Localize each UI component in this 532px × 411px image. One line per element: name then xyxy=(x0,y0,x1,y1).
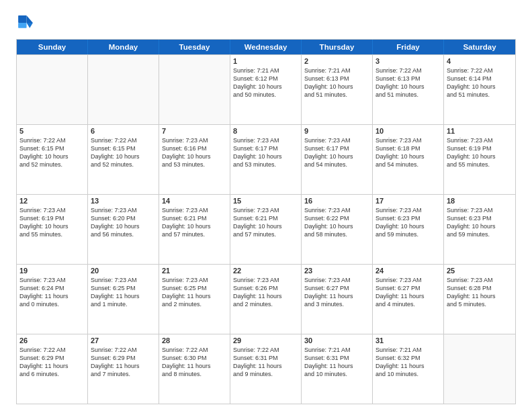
day-number: 21 xyxy=(162,267,227,275)
day-cell-18: 18Sunrise: 7:23 AM Sunset: 6:23 PM Dayli… xyxy=(444,195,515,264)
day-number: 24 xyxy=(375,267,441,275)
day-cell-6: 6Sunrise: 7:22 AM Sunset: 6:15 PM Daylig… xyxy=(88,125,159,194)
day-cell-2: 2Sunrise: 7:21 AM Sunset: 6:13 PM Daylig… xyxy=(302,55,373,124)
day-number: 13 xyxy=(91,197,156,205)
day-cell-23: 23Sunrise: 7:23 AM Sunset: 6:27 PM Dayli… xyxy=(302,265,373,334)
day-cell-4: 4Sunrise: 7:22 AM Sunset: 6:14 PM Daylig… xyxy=(444,55,515,124)
day-cell-29: 29Sunrise: 7:22 AM Sunset: 6:31 PM Dayli… xyxy=(230,334,302,404)
day-info: Sunrise: 7:23 AM Sunset: 6:24 PM Dayligh… xyxy=(19,276,85,309)
day-number: 16 xyxy=(304,197,369,205)
empty-cell xyxy=(159,55,230,124)
svg-rect-2 xyxy=(18,15,26,23)
day-cell-11: 11Sunrise: 7:23 AM Sunset: 6:19 PM Dayli… xyxy=(444,125,515,194)
day-number: 11 xyxy=(447,127,513,135)
day-info: Sunrise: 7:23 AM Sunset: 6:20 PM Dayligh… xyxy=(91,206,156,239)
day-cell-1: 1Sunrise: 7:21 AM Sunset: 6:12 PM Daylig… xyxy=(230,55,302,124)
day-cell-30: 30Sunrise: 7:21 AM Sunset: 6:31 PM Dayli… xyxy=(302,334,373,404)
day-number: 9 xyxy=(304,127,369,135)
day-info: Sunrise: 7:22 AM Sunset: 6:14 PM Dayligh… xyxy=(447,66,513,99)
day-number: 17 xyxy=(375,197,441,205)
day-number: 5 xyxy=(19,127,85,135)
day-cell-7: 7Sunrise: 7:23 AM Sunset: 6:16 PM Daylig… xyxy=(159,125,230,194)
day-info: Sunrise: 7:23 AM Sunset: 6:22 PM Dayligh… xyxy=(304,206,369,239)
day-info: Sunrise: 7:22 AM Sunset: 6:30 PM Dayligh… xyxy=(162,346,227,379)
day-number: 29 xyxy=(233,336,298,345)
day-info: Sunrise: 7:23 AM Sunset: 6:27 PM Dayligh… xyxy=(304,276,369,309)
day-info: Sunrise: 7:21 AM Sunset: 6:31 PM Dayligh… xyxy=(304,346,369,379)
day-cell-10: 10Sunrise: 7:23 AM Sunset: 6:18 PM Dayli… xyxy=(373,125,444,194)
day-cell-25: 25Sunrise: 7:23 AM Sunset: 6:28 PM Dayli… xyxy=(444,265,515,334)
day-info: Sunrise: 7:23 AM Sunset: 6:26 PM Dayligh… xyxy=(233,276,298,309)
day-info: Sunrise: 7:22 AM Sunset: 6:31 PM Dayligh… xyxy=(233,346,298,379)
day-info: Sunrise: 7:21 AM Sunset: 6:32 PM Dayligh… xyxy=(375,346,441,379)
day-info: Sunrise: 7:21 AM Sunset: 6:12 PM Dayligh… xyxy=(233,66,298,99)
day-number: 1 xyxy=(233,57,298,65)
svg-marker-0 xyxy=(27,15,33,23)
header-day-monday: Monday xyxy=(88,40,159,54)
day-info: Sunrise: 7:22 AM Sunset: 6:29 PM Dayligh… xyxy=(91,346,156,379)
day-number: 28 xyxy=(162,336,227,345)
calendar: SundayMondayTuesdayWednesdayThursdayFrid… xyxy=(16,39,516,404)
svg-marker-1 xyxy=(27,23,33,28)
calendar-body: 1Sunrise: 7:21 AM Sunset: 6:12 PM Daylig… xyxy=(17,54,515,404)
svg-rect-3 xyxy=(18,23,26,28)
day-number: 8 xyxy=(233,127,298,135)
day-number: 10 xyxy=(375,127,441,135)
week-row-3: 12Sunrise: 7:23 AM Sunset: 6:19 PM Dayli… xyxy=(17,194,515,264)
week-row-2: 5Sunrise: 7:22 AM Sunset: 6:15 PM Daylig… xyxy=(17,124,515,194)
header-day-wednesday: Wednesday xyxy=(230,40,302,54)
day-info: Sunrise: 7:23 AM Sunset: 6:17 PM Dayligh… xyxy=(304,136,369,169)
day-number: 27 xyxy=(91,336,156,345)
header-day-friday: Friday xyxy=(373,40,444,54)
day-number: 23 xyxy=(304,267,369,275)
day-cell-19: 19Sunrise: 7:23 AM Sunset: 6:24 PM Dayli… xyxy=(17,265,88,334)
empty-cell xyxy=(88,55,159,124)
day-info: Sunrise: 7:23 AM Sunset: 6:23 PM Dayligh… xyxy=(447,206,513,239)
day-info: Sunrise: 7:23 AM Sunset: 6:25 PM Dayligh… xyxy=(91,276,156,309)
day-cell-22: 22Sunrise: 7:23 AM Sunset: 6:26 PM Dayli… xyxy=(230,265,302,334)
day-cell-5: 5Sunrise: 7:22 AM Sunset: 6:15 PM Daylig… xyxy=(17,125,88,194)
day-cell-16: 16Sunrise: 7:23 AM Sunset: 6:22 PM Dayli… xyxy=(302,195,373,264)
day-cell-15: 15Sunrise: 7:23 AM Sunset: 6:21 PM Dayli… xyxy=(230,195,302,264)
day-info: Sunrise: 7:21 AM Sunset: 6:13 PM Dayligh… xyxy=(304,66,369,99)
day-number: 6 xyxy=(91,127,156,135)
day-number: 19 xyxy=(19,267,85,275)
header-day-saturday: Saturday xyxy=(444,40,515,54)
day-info: Sunrise: 7:23 AM Sunset: 6:19 PM Dayligh… xyxy=(447,136,513,169)
day-info: Sunrise: 7:22 AM Sunset: 6:15 PM Dayligh… xyxy=(91,136,156,169)
week-row-5: 26Sunrise: 7:22 AM Sunset: 6:29 PM Dayli… xyxy=(17,334,515,404)
week-row-1: 1Sunrise: 7:21 AM Sunset: 6:12 PM Daylig… xyxy=(17,54,515,124)
day-info: Sunrise: 7:22 AM Sunset: 6:13 PM Dayligh… xyxy=(375,66,441,99)
day-number: 26 xyxy=(19,336,85,345)
day-number: 30 xyxy=(304,336,369,345)
header-day-thursday: Thursday xyxy=(302,40,373,54)
day-cell-8: 8Sunrise: 7:23 AM Sunset: 6:17 PM Daylig… xyxy=(230,125,302,194)
day-cell-20: 20Sunrise: 7:23 AM Sunset: 6:25 PM Dayli… xyxy=(88,265,159,334)
day-cell-26: 26Sunrise: 7:22 AM Sunset: 6:29 PM Dayli… xyxy=(17,334,88,404)
day-number: 14 xyxy=(162,197,227,205)
day-number: 31 xyxy=(375,336,441,345)
calendar-header-row: SundayMondayTuesdayWednesdayThursdayFrid… xyxy=(17,40,515,54)
week-row-4: 19Sunrise: 7:23 AM Sunset: 6:24 PM Dayli… xyxy=(17,264,515,334)
day-number: 12 xyxy=(19,197,85,205)
day-cell-24: 24Sunrise: 7:23 AM Sunset: 6:27 PM Dayli… xyxy=(373,265,444,334)
day-cell-12: 12Sunrise: 7:23 AM Sunset: 6:19 PM Dayli… xyxy=(17,195,88,264)
day-number: 25 xyxy=(447,267,513,275)
day-cell-31: 31Sunrise: 7:21 AM Sunset: 6:32 PM Dayli… xyxy=(373,334,444,404)
day-number: 20 xyxy=(91,267,156,275)
day-cell-21: 21Sunrise: 7:23 AM Sunset: 6:25 PM Dayli… xyxy=(159,265,230,334)
day-cell-28: 28Sunrise: 7:22 AM Sunset: 6:30 PM Dayli… xyxy=(159,334,230,404)
day-cell-14: 14Sunrise: 7:23 AM Sunset: 6:21 PM Dayli… xyxy=(159,195,230,264)
day-cell-27: 27Sunrise: 7:22 AM Sunset: 6:29 PM Dayli… xyxy=(88,334,159,404)
logo-icon xyxy=(16,13,35,32)
day-number: 22 xyxy=(233,267,298,275)
day-info: Sunrise: 7:23 AM Sunset: 6:16 PM Dayligh… xyxy=(162,136,227,169)
day-number: 15 xyxy=(233,197,298,205)
day-info: Sunrise: 7:22 AM Sunset: 6:15 PM Dayligh… xyxy=(19,136,85,169)
day-info: Sunrise: 7:23 AM Sunset: 6:21 PM Dayligh… xyxy=(162,206,227,239)
day-number: 7 xyxy=(162,127,227,135)
day-info: Sunrise: 7:23 AM Sunset: 6:18 PM Dayligh… xyxy=(375,136,441,169)
header-day-sunday: Sunday xyxy=(17,40,88,54)
day-cell-17: 17Sunrise: 7:23 AM Sunset: 6:23 PM Dayli… xyxy=(373,195,444,264)
day-info: Sunrise: 7:23 AM Sunset: 6:21 PM Dayligh… xyxy=(233,206,298,239)
